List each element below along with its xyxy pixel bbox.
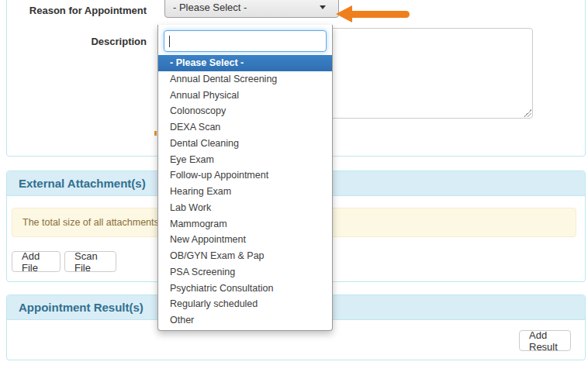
appointment-results-title: Appointment Result(s) [19,301,144,314]
dropdown-option[interactable]: Eye Exam [158,152,332,168]
external-attachments-title: External Attachment(s) [19,177,146,190]
dropdown-option[interactable]: PSA Screening [158,264,332,281]
arrow-shaft [351,11,410,18]
reason-select[interactable]: - Please Select - [164,0,339,18]
resize-grip-icon[interactable] [524,109,531,117]
dropdown-option[interactable]: Hearing Exam [158,184,332,200]
dropdown-option[interactable]: - Please Select - [158,55,332,71]
attachment-size-warning-text: The total size of all attachments car [22,217,175,228]
dropdown-option-list: - Please Select -Annual Dental Screening… [158,55,332,329]
text-cursor [169,36,170,47]
reason-dropdown-panel: - Please Select -Annual Dental Screening… [157,25,333,331]
dropdown-option[interactable]: Mammogram [158,216,332,232]
dropdown-option[interactable]: Annual Dental Screening [158,71,332,88]
dropdown-search-input[interactable] [164,30,327,52]
reason-for-appointment-label: Reason for Appointment [7,5,147,16]
dropdown-option[interactable]: Follow-up Appointment [158,167,332,184]
dropdown-option[interactable]: Annual Physical [158,88,332,104]
description-label: Description [7,36,147,47]
arrow-head [336,5,352,22]
add-result-button-label: Add Result [529,329,561,353]
dropdown-option[interactable]: OB/GYN Exam & Pap [158,248,332,264]
reason-select-value: - Please Select - [173,2,320,13]
dropdown-option[interactable]: New Appointment [158,232,332,248]
caret-down-icon [320,5,326,9]
add-file-button[interactable]: Add File [12,251,61,272]
scan-file-button-label: Scan File [74,250,106,274]
dropdown-option[interactable]: Lab Work [158,200,332,216]
add-file-button-label: Add File [22,250,50,274]
dropdown-option[interactable]: Colonoscopy [158,103,332,119]
dropdown-option[interactable]: Other [158,312,332,329]
dropdown-option[interactable]: Dental Cleaning [158,136,332,152]
annotation-left-arrow-icon [336,5,410,22]
dropdown-option[interactable]: Regularly scheduled [158,296,332,312]
scan-file-button[interactable]: Scan File [64,251,116,272]
hidden-element-fragment [154,131,157,136]
dropdown-option[interactable]: DEXA Scan [158,119,332,136]
add-result-button[interactable]: Add Result [519,330,571,351]
page: { "form": { "reason_label": "Reason for … [0,0,588,372]
dropdown-option[interactable]: Psychiatric Consultation [158,281,332,297]
